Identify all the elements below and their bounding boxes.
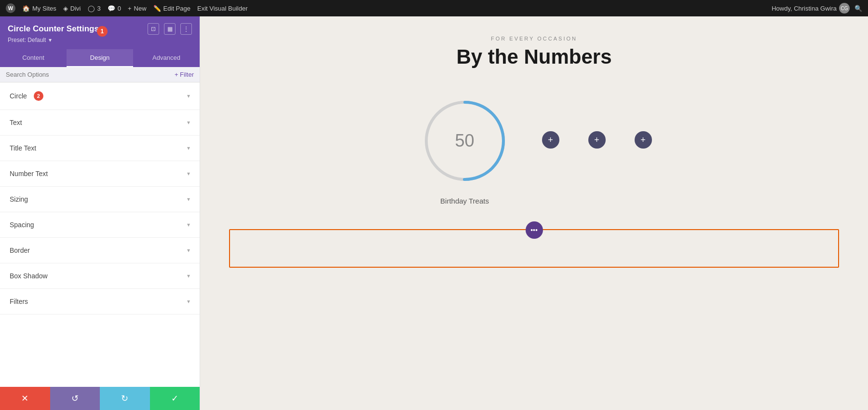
chevron-down-icon: ▾	[187, 93, 190, 99]
counter-row: 50 Birthday Treats + + +	[229, 93, 839, 205]
accordion-item-border: Border ▾	[0, 238, 200, 263]
search-options-bar: + Filter	[0, 67, 200, 82]
preset-label: Preset: Default	[8, 37, 46, 43]
accordion-list: Circle 2 ▾ Text ▾ Title Text	[0, 82, 200, 387]
divi-icon: ◈	[63, 5, 68, 12]
plus-icon: +	[128, 5, 132, 12]
preset-chevron: ▾	[49, 37, 52, 43]
speech-icon: 💬	[108, 5, 115, 12]
wp-logo[interactable]: W	[6, 3, 15, 13]
accordion-header-sizing[interactable]: Sizing ▾	[0, 187, 200, 212]
chevron-down-icon: ▾	[187, 247, 190, 254]
add-column-btn-3[interactable]: +	[635, 131, 652, 149]
sidebar-title: Circle Counter Settings	[8, 24, 99, 34]
accordion-item-text: Text ▾	[0, 110, 200, 136]
accordion-header-filters[interactable]: Filters ▾	[0, 289, 200, 314]
accordion-label-text: Text	[10, 119, 22, 126]
wordpress-icon: W	[6, 3, 15, 13]
circle-counter[interactable]: 50 Birthday Treats	[417, 93, 513, 205]
home-icon: 🏠	[22, 5, 30, 12]
canvas: FOR EVERY OCCASION By the Numbers 50 B	[200, 16, 868, 410]
accordion-label-title-text: Title Text	[10, 144, 36, 152]
accordion-item-box-shadow: Box Shadow ▾	[0, 263, 200, 289]
user-greeting: Howdy, Christina Gwira CG	[772, 3, 850, 14]
accordion-label-circle: Circle	[10, 92, 27, 100]
circle-number: 50	[455, 131, 474, 151]
sidebar-tabs: Content Design Advanced	[0, 49, 200, 67]
accordion-header-box-shadow[interactable]: Box Shadow ▾	[0, 263, 200, 288]
badge-number-1: 1	[97, 26, 108, 37]
chevron-down-icon: ▾	[187, 145, 190, 151]
accordion-item-filters: Filters ▾	[0, 289, 200, 314]
accordion-header-circle[interactable]: Circle 2 ▾	[0, 82, 200, 109]
chevron-down-icon: ▾	[187, 298, 190, 305]
chevron-down-icon: ▾	[187, 170, 190, 177]
accordion-header-text[interactable]: Text ▾	[0, 110, 200, 135]
accordion-label-box-shadow: Box Shadow	[10, 272, 48, 280]
redo-button[interactable]: ↻	[100, 387, 150, 410]
accordion-label-spacing: Spacing	[10, 221, 34, 229]
sidebar-header: Circle Counter Settings 1 ⊡ ▦ ⋮ Preset: …	[0, 16, 200, 49]
canvas-content: FOR EVERY OCCASION By the Numbers 50 B	[200, 16, 868, 287]
chevron-down-icon: ▾	[187, 273, 190, 279]
discussion-link[interactable]: 💬 0	[108, 5, 121, 12]
bottom-section: •••	[229, 229, 839, 268]
accordion-header-border[interactable]: Border ▾	[0, 238, 200, 263]
columns-icon[interactable]: ▦	[164, 23, 176, 35]
accordion-label-filters: Filters	[10, 298, 28, 305]
circle-label: Birthday Treats	[440, 197, 489, 205]
avatar: CG	[839, 3, 850, 14]
accordion-label-number-text: Number Text	[10, 170, 48, 178]
cancel-button[interactable]: ✕	[0, 387, 50, 410]
more-icon[interactable]: ⋮	[180, 23, 192, 35]
accordion-label-border: Border	[10, 246, 30, 254]
new-link[interactable]: + New	[128, 5, 147, 12]
section-heading: By the Numbers	[456, 45, 611, 68]
exit-visual-builder-link[interactable]: Exit Visual Builder	[197, 5, 248, 12]
accordion-item-circle: Circle 2 ▾	[0, 82, 200, 110]
pencil-icon: ✏️	[153, 5, 161, 12]
my-sites-link[interactable]: 🏠 My Sites	[22, 5, 56, 12]
edit-page-link[interactable]: ✏️ Edit Page	[153, 5, 190, 12]
accordion-label-sizing: Sizing	[10, 195, 28, 203]
badge-number-2: 2	[34, 91, 43, 101]
accordion-item-spacing: Spacing ▾	[0, 212, 200, 238]
tab-content[interactable]: Content	[0, 49, 67, 67]
tab-advanced[interactable]: Advanced	[133, 49, 200, 67]
circle-svg-wrap: 50	[417, 93, 513, 189]
dots-menu-button[interactable]: •••	[526, 221, 543, 239]
add-column-btn-2[interactable]: +	[588, 131, 606, 149]
sidebar: Circle Counter Settings 1 ⊡ ▦ ⋮ Preset: …	[0, 16, 200, 410]
filter-button[interactable]: + Filter	[175, 71, 194, 78]
accordion-item-number-text: Number Text ▾	[0, 161, 200, 187]
chevron-down-icon: ▾	[187, 221, 190, 228]
save-button[interactable]: ✓	[150, 387, 200, 410]
divi-link[interactable]: ◈ Divi	[63, 5, 81, 12]
circle-icon: ◯	[88, 5, 95, 12]
add-column-btn-1[interactable]: +	[542, 131, 559, 149]
chevron-down-icon: ▾	[187, 119, 190, 126]
chevron-down-icon: ▾	[187, 196, 190, 203]
bottom-toolbar: ✕ ↺ ↻ ✓	[0, 387, 200, 410]
undo-button[interactable]: ↺	[50, 387, 100, 410]
accordion-item-title-text: Title Text ▾	[0, 136, 200, 161]
accordion-header-number-text[interactable]: Number Text ▾	[0, 161, 200, 186]
accordion-header-spacing[interactable]: Spacing ▾	[0, 212, 200, 237]
comments-link[interactable]: ◯ 3	[88, 5, 101, 12]
admin-bar: W 🏠 My Sites ◈ Divi ◯ 3 💬 0 + New ✏️ Edi…	[0, 0, 868, 16]
tab-design[interactable]: Design	[67, 49, 133, 67]
accordion-item-sizing: Sizing ▾	[0, 187, 200, 212]
search-icon[interactable]: 🔍	[854, 5, 862, 12]
section-eyebrow: FOR EVERY OCCASION	[491, 36, 577, 41]
accordion-header-title-text[interactable]: Title Text ▾	[0, 136, 200, 161]
window-icon[interactable]: ⊡	[148, 23, 159, 35]
search-input[interactable]	[6, 71, 175, 78]
